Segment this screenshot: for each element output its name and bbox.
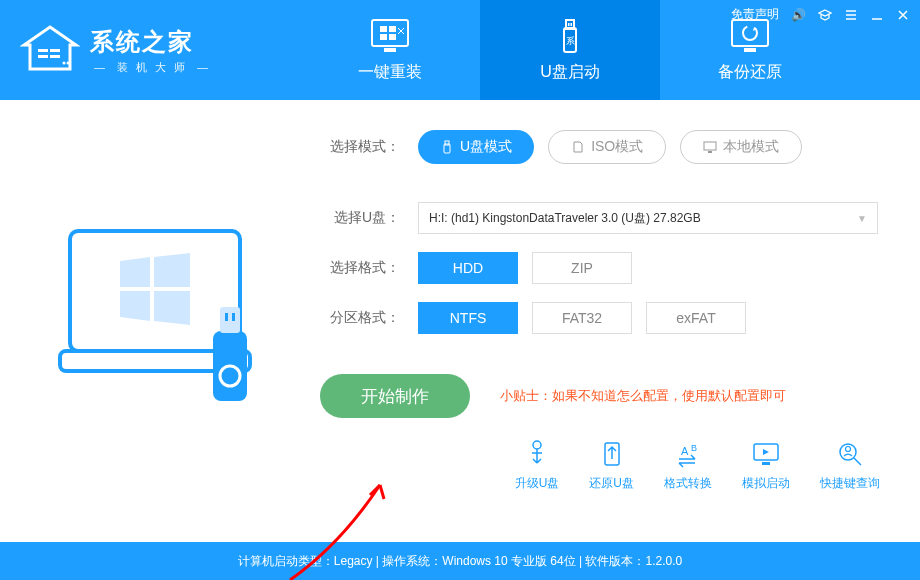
svg-rect-10	[380, 34, 387, 40]
svg-rect-7	[384, 48, 396, 52]
monitor-icon	[703, 140, 717, 154]
drive-select[interactable]: H:I: (hd1) KingstonDataTraveler 3.0 (U盘)…	[418, 202, 878, 234]
usb-boot-icon: 系	[550, 18, 590, 54]
shortcut-icon	[835, 439, 865, 469]
svg-point-4	[63, 62, 66, 65]
svg-point-5	[67, 62, 70, 65]
illustration	[40, 130, 290, 532]
tab-usb-boot[interactable]: 系 U盘启动	[480, 0, 660, 100]
chevron-down-icon: ▼	[857, 213, 867, 224]
svg-point-31	[533, 441, 541, 449]
graduation-icon[interactable]	[818, 8, 832, 22]
iso-icon	[571, 140, 585, 154]
drive-value: H:I: (hd1) KingstonDataTraveler 3.0 (U盘)…	[429, 210, 701, 227]
svg-rect-3	[50, 55, 60, 58]
partition-label: 分区格式：	[320, 309, 400, 327]
tip-text: 小贴士：如果不知道怎么配置，使用默认配置即可	[500, 387, 786, 405]
usb-upgrade-icon	[522, 439, 552, 469]
svg-rect-0	[38, 49, 48, 52]
format-hdd-button[interactable]: HDD	[418, 252, 518, 284]
tool-upgrade-usb[interactable]: 升级U盘	[515, 439, 560, 492]
mode-local-button[interactable]: 本地模式	[680, 130, 802, 164]
convert-icon: AB	[673, 439, 703, 469]
svg-rect-30	[708, 151, 712, 153]
svg-rect-24	[225, 313, 228, 321]
tab-label: 一键重装	[358, 62, 422, 83]
logo-subtitle: 装机大师	[90, 60, 220, 75]
minimize-icon[interactable]	[870, 8, 884, 22]
tool-restore-usb[interactable]: 还原U盘	[589, 439, 634, 492]
svg-rect-2	[38, 55, 48, 58]
svg-text:系: 系	[566, 36, 575, 46]
tool-simulate-boot[interactable]: 模拟启动	[742, 439, 790, 492]
close-icon[interactable]	[896, 8, 910, 22]
status-text: 计算机启动类型：Legacy | 操作系统：Windows 10 专业版 64位…	[238, 553, 682, 570]
logo: 系统之家 装机大师	[0, 25, 240, 75]
partition-exfat-button[interactable]: exFAT	[646, 302, 746, 334]
mode-iso-button[interactable]: ISO模式	[548, 130, 666, 164]
tab-label: U盘启动	[540, 62, 600, 83]
simulate-icon	[751, 439, 781, 469]
windows-reinstall-icon	[370, 18, 410, 54]
svg-rect-1	[50, 49, 60, 52]
mode-label: 选择模式：	[320, 138, 400, 156]
svg-rect-8	[380, 26, 387, 32]
status-bar: 计算机启动类型：Legacy | 操作系统：Windows 10 专业版 64位…	[0, 542, 920, 580]
format-label: 选择格式：	[320, 259, 400, 277]
tab-reinstall[interactable]: 一键重装	[300, 0, 480, 100]
svg-text:A: A	[681, 445, 689, 457]
partition-ntfs-button[interactable]: NTFS	[418, 302, 518, 334]
tool-shortcut-query[interactable]: 快捷键查询	[820, 439, 880, 492]
svg-text:B: B	[691, 443, 697, 453]
svg-rect-25	[232, 313, 235, 321]
svg-rect-11	[389, 34, 396, 40]
disclaimer-link[interactable]: 免责声明	[731, 6, 779, 23]
svg-point-38	[846, 447, 851, 452]
svg-rect-14	[568, 23, 570, 26]
usb-restore-icon	[597, 439, 627, 469]
tool-format-convert[interactable]: AB 格式转换	[664, 439, 712, 492]
bottom-toolbar: 升级U盘 还原U盘 AB 格式转换 模拟启动 快捷键查询	[515, 439, 880, 492]
svg-rect-29	[704, 142, 716, 150]
partition-fat32-button[interactable]: FAT32	[532, 302, 632, 334]
svg-rect-23	[220, 307, 240, 333]
format-zip-button[interactable]: ZIP	[532, 252, 632, 284]
svg-rect-15	[571, 23, 573, 26]
svg-rect-9	[389, 26, 396, 32]
svg-rect-17	[732, 20, 768, 46]
mode-usb-button[interactable]: U盘模式	[418, 130, 534, 164]
svg-rect-18	[744, 48, 756, 52]
menu-icon[interactable]	[844, 8, 858, 22]
sound-icon[interactable]: 🔊	[791, 8, 806, 22]
window-controls: 免责声明 🔊	[731, 6, 910, 23]
start-button[interactable]: 开始制作	[320, 374, 470, 418]
usb-icon	[440, 140, 454, 154]
header: 系统之家 装机大师 一键重装 系 U盘启动 备份还原 免责声明 🔊	[0, 0, 920, 100]
house-logo-icon	[20, 25, 80, 75]
drive-label: 选择U盘：	[320, 209, 400, 227]
main-panel: 选择模式： U盘模式 ISO模式 本地模式 选择U盘： H:I: (hd1) K…	[0, 100, 920, 542]
logo-title: 系统之家	[90, 26, 220, 58]
laptop-usb-illustration	[50, 221, 280, 441]
svg-rect-36	[762, 462, 770, 465]
tab-label: 备份还原	[718, 62, 782, 83]
